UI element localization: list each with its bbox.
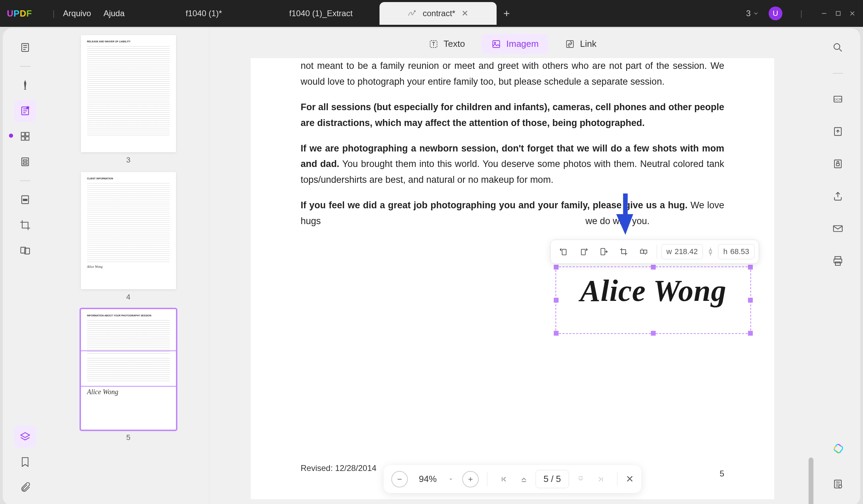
scrollbar[interactable] (809, 458, 813, 504)
image-floating-toolbar: w 218.42 h 68.53 (550, 240, 759, 264)
svg-rect-31 (833, 226, 842, 232)
main-menu: Arquivo Ajuda (63, 9, 125, 18)
resize-handle[interactable] (651, 265, 656, 270)
signature-icon (407, 9, 416, 18)
svg-rect-10 (23, 163, 27, 164)
paragraph: If you feel we did a great job photograp… (301, 198, 724, 229)
svg-rect-34 (835, 262, 840, 265)
thumbnail-number: 5 (126, 433, 130, 442)
svg-rect-5 (25, 133, 29, 136)
crop-button[interactable] (14, 214, 36, 236)
tab-label: f1040 (1)* (186, 9, 222, 18)
replace-button[interactable] (635, 243, 653, 261)
text-tool-button[interactable]: Texto (419, 34, 475, 54)
left-rail (3, 28, 48, 504)
thumbnail-wrap: INFORMATION ABOUT YOUR PHOTOGRAPHY SESSI… (68, 309, 188, 442)
maximize-icon[interactable] (835, 10, 842, 17)
svg-rect-16 (493, 41, 500, 48)
thumbnail-page-4[interactable]: CLIENT INFORMATION Alice Wong (81, 172, 176, 289)
lock-ratio-button[interactable] (705, 247, 716, 256)
search-button[interactable] (827, 36, 849, 59)
bottom-toolbar: − 94% + 5 / 5 ✕ (384, 465, 641, 493)
convert-button[interactable] (827, 120, 849, 143)
rotate-left-button[interactable] (555, 243, 573, 261)
attachment-button[interactable] (14, 476, 36, 498)
width-input[interactable]: w 218.42 (661, 244, 703, 259)
right-rail: OCR (815, 28, 860, 504)
svg-point-25 (834, 44, 840, 50)
first-page-button[interactable] (496, 471, 512, 487)
tab-close-icon[interactable]: ✕ (461, 9, 468, 18)
paragraph: For all sessions (but especially for chi… (301, 99, 724, 131)
page-area: Texto Imagem Link not meant to be a fami… (209, 28, 815, 504)
close-icon[interactable] (849, 10, 856, 17)
titlebar: UPDF | Arquivo Ajuda f1040 (1)* f1040 (1… (0, 0, 863, 27)
share-button[interactable] (827, 185, 849, 207)
resize-handle[interactable] (748, 298, 753, 303)
resize-handle[interactable] (554, 298, 559, 303)
svg-rect-4 (21, 133, 25, 136)
height-input[interactable]: h 68.53 (718, 244, 754, 259)
organize-button[interactable] (14, 125, 36, 147)
form-button[interactable] (14, 151, 36, 173)
tab-f1040[interactable]: f1040 (1)* (145, 2, 262, 25)
link-tool-button[interactable]: Link (555, 34, 606, 54)
svg-rect-19 (562, 249, 566, 255)
bookmark-button[interactable] (14, 451, 36, 473)
resize-handle[interactable] (748, 265, 753, 270)
tab-counter[interactable]: 3 (746, 9, 759, 18)
tabbar: f1040 (1)* f1040 (1)_Extract contract* ✕… (145, 0, 746, 27)
page-indicator[interactable]: 5 / 5 (536, 470, 569, 488)
reader-mode-button[interactable] (14, 36, 36, 59)
redact-button[interactable] (14, 189, 36, 211)
zoom-in-button[interactable]: + (462, 471, 479, 487)
close-toolbar-button[interactable]: ✕ (626, 473, 634, 485)
paragraph: If we are photographing a newborn sessio… (301, 141, 724, 188)
ai-button[interactable] (827, 439, 849, 461)
tab-f1040-extract[interactable]: f1040 (1)_Extract (262, 2, 379, 25)
prev-page-button[interactable] (516, 471, 532, 487)
resize-handle[interactable] (554, 331, 559, 336)
annotate-button[interactable] (14, 74, 36, 96)
last-page-button[interactable] (592, 471, 609, 487)
ocr-button[interactable]: OCR (827, 88, 849, 110)
next-page-button[interactable] (572, 471, 589, 487)
svg-rect-21 (601, 249, 605, 255)
rotate-right-button[interactable] (575, 243, 593, 261)
crop-image-button[interactable] (615, 243, 633, 261)
cloud-button[interactable] (827, 473, 849, 495)
email-button[interactable] (827, 218, 849, 240)
resize-handle[interactable] (554, 265, 559, 270)
thumbnail-page-5[interactable]: INFORMATION ABOUT YOUR PHOTOGRAPHY SESSI… (81, 309, 176, 430)
compare-button[interactable] (14, 240, 36, 262)
resize-handle[interactable] (651, 331, 656, 336)
thumbnail-page-3[interactable]: RELEASE AND WAIVER OF LIABILITY (81, 35, 176, 152)
svg-rect-32 (835, 256, 841, 259)
tab-contract[interactable]: contract* ✕ (379, 2, 497, 25)
svg-rect-7 (25, 137, 29, 140)
separator: | (53, 9, 55, 18)
layers-button[interactable] (14, 426, 36, 448)
thumbnails-panel: RELEASE AND WAIVER OF LIABILITY 3 CLIENT… (48, 28, 209, 504)
title-right: 3 U | (746, 7, 856, 20)
menu-arquivo[interactable]: Arquivo (63, 9, 91, 18)
svg-rect-6 (21, 137, 25, 140)
zoom-out-button[interactable]: − (391, 471, 408, 487)
print-button[interactable] (827, 250, 849, 272)
page-number: 5 (720, 469, 724, 479)
zoom-dropdown-icon[interactable] (448, 476, 454, 482)
arrow-annotation (616, 193, 635, 235)
menu-ajuda[interactable]: Ajuda (103, 9, 124, 18)
tab-add-button[interactable]: + (503, 7, 510, 20)
resize-handle[interactable] (748, 331, 753, 336)
image-selection-box[interactable]: Alice Wong (555, 266, 751, 334)
extract-button[interactable] (595, 243, 613, 261)
zoom-level[interactable]: 94% (411, 474, 444, 484)
user-avatar[interactable]: U (769, 7, 782, 20)
protect-button[interactable] (827, 153, 849, 175)
minimize-icon[interactable] (820, 10, 828, 17)
chevron-down-icon (753, 10, 759, 17)
edit-button[interactable] (14, 100, 36, 122)
image-tool-button[interactable]: Imagem (481, 34, 548, 54)
image-icon (491, 39, 501, 49)
